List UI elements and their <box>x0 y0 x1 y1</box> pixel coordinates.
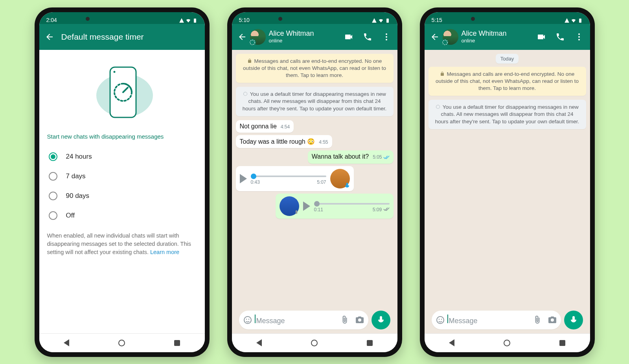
timer-icon <box>436 104 440 109</box>
message-in[interactable]: Today was a little rough 😳4:55 <box>236 135 394 148</box>
attach-icon[interactable] <box>340 315 349 325</box>
radio-90-days[interactable]: 90 days <box>47 186 197 206</box>
svg-point-23 <box>437 316 444 324</box>
timer-badge-icon <box>441 39 449 46</box>
phone-icon <box>363 32 372 42</box>
page-title: Default message timer <box>61 32 144 42</box>
radio-7-days[interactable]: 7 days <box>47 166 197 186</box>
camera-icon[interactable] <box>548 315 557 325</box>
mic-icon <box>376 315 386 325</box>
composer: Message <box>429 307 586 333</box>
message-out[interactable]: Wanna talk about it?5:05 <box>236 150 394 164</box>
phone-chat-populated: 5:10 Alice Whitman online <box>227 7 402 357</box>
more-vert-icon <box>574 32 584 42</box>
settings-content: Start new chats with disappearing messag… <box>39 50 205 333</box>
nav-back[interactable] <box>256 339 262 346</box>
encryption-banner[interactable]: Messages and calls are end-to-end encryp… <box>236 54 394 83</box>
svg-point-11 <box>244 92 247 96</box>
video-call-button[interactable] <box>533 29 550 45</box>
battery-icon <box>385 18 390 23</box>
back-button[interactable] <box>427 29 443 45</box>
svg-point-3 <box>114 71 116 73</box>
lock-icon <box>247 59 252 63</box>
chat-area: Messages and calls are end-to-end encryp… <box>232 50 397 333</box>
timer-banner[interactable]: You use a default timer for disappearing… <box>429 100 586 129</box>
svg-point-20 <box>578 36 580 38</box>
camera-icon[interactable] <box>355 315 364 325</box>
back-button[interactable] <box>234 29 250 45</box>
svg-point-15 <box>358 318 361 322</box>
voice-message-out[interactable]: 0:11 5:09 <box>236 194 394 219</box>
encryption-banner[interactable]: Messages and calls are end-to-end encryp… <box>429 67 586 96</box>
radio-24-hours[interactable]: 24 hours <box>47 147 197 166</box>
menu-button[interactable] <box>570 29 588 45</box>
mic-icon <box>569 315 578 325</box>
timer-icon <box>243 91 248 96</box>
timer-options: 24 hours 7 days 90 days Off <box>47 147 197 225</box>
day-chip: Today <box>496 54 519 64</box>
play-icon[interactable] <box>240 174 247 183</box>
svg-point-10 <box>386 39 387 40</box>
radio-icon <box>49 211 57 220</box>
contact-status: online <box>269 38 314 44</box>
nav-recents[interactable] <box>559 340 565 346</box>
svg-rect-5 <box>386 18 389 23</box>
timer-banner[interactable]: You use a default timer for disappearing… <box>236 87 394 116</box>
video-call-button[interactable] <box>340 29 357 45</box>
voice-call-button[interactable] <box>359 29 376 45</box>
svg-rect-16 <box>579 18 581 23</box>
nav-back[interactable] <box>449 339 454 346</box>
phone-icon <box>555 32 565 42</box>
emoji-icon[interactable] <box>436 315 445 325</box>
play-icon[interactable] <box>303 201 310 211</box>
sent-ticks-icon <box>383 207 390 211</box>
svg-point-26 <box>551 318 554 322</box>
battery-icon <box>192 18 198 23</box>
nav-home[interactable] <box>311 340 318 346</box>
status-bar: 2:04 <box>39 12 205 24</box>
signal-icon <box>372 18 377 23</box>
attach-icon[interactable] <box>533 315 542 325</box>
nav-recents[interactable] <box>174 340 180 346</box>
status-bar: 5:15 <box>425 12 590 24</box>
nav-bar <box>425 333 590 352</box>
mic-button[interactable] <box>564 311 583 329</box>
radio-icon <box>49 172 57 181</box>
learn-more-link[interactable]: Learn more <box>150 249 179 255</box>
lock-icon <box>440 71 445 76</box>
svg-rect-0 <box>194 18 196 23</box>
radio-icon <box>49 152 57 161</box>
battery-icon <box>578 18 583 23</box>
wifi-icon <box>378 18 384 23</box>
radio-label: 24 hours <box>66 153 92 161</box>
svg-point-21 <box>578 39 580 40</box>
nav-bar <box>232 333 397 352</box>
back-button[interactable] <box>42 29 57 45</box>
mic-icon <box>293 210 300 217</box>
emoji-icon[interactable] <box>243 315 252 325</box>
nav-home[interactable] <box>504 340 510 346</box>
contact-status: online <box>462 38 507 44</box>
contact-info[interactable]: Alice Whitman online <box>250 29 314 45</box>
phone-chat-empty: 5:15 Alice Whitman online <box>420 7 595 357</box>
svg-point-12 <box>244 316 251 324</box>
voice-call-button[interactable] <box>552 29 569 45</box>
status-time: 2:04 <box>46 17 57 23</box>
radio-label: 7 days <box>66 172 86 180</box>
radio-label: Off <box>66 212 75 219</box>
message-in[interactable]: Not gonna lie4:54 <box>236 120 394 133</box>
voice-avatar <box>280 196 299 216</box>
signal-icon <box>179 18 184 23</box>
contact-info[interactable]: Alice Whitman online <box>443 29 507 45</box>
chat-area: Today Messages and calls are end-to-end … <box>425 50 590 333</box>
menu-button[interactable] <box>378 29 395 45</box>
nav-back[interactable] <box>64 339 69 346</box>
voice-message-in[interactable]: 0:435:07 <box>236 166 394 191</box>
svg-point-9 <box>386 36 387 38</box>
message-input[interactable]: Message <box>239 311 368 329</box>
nav-recents[interactable] <box>367 340 373 346</box>
nav-home[interactable] <box>118 340 125 346</box>
mic-button[interactable] <box>372 311 390 329</box>
radio-off[interactable]: Off <box>47 206 197 225</box>
message-input[interactable]: Message <box>432 311 561 329</box>
